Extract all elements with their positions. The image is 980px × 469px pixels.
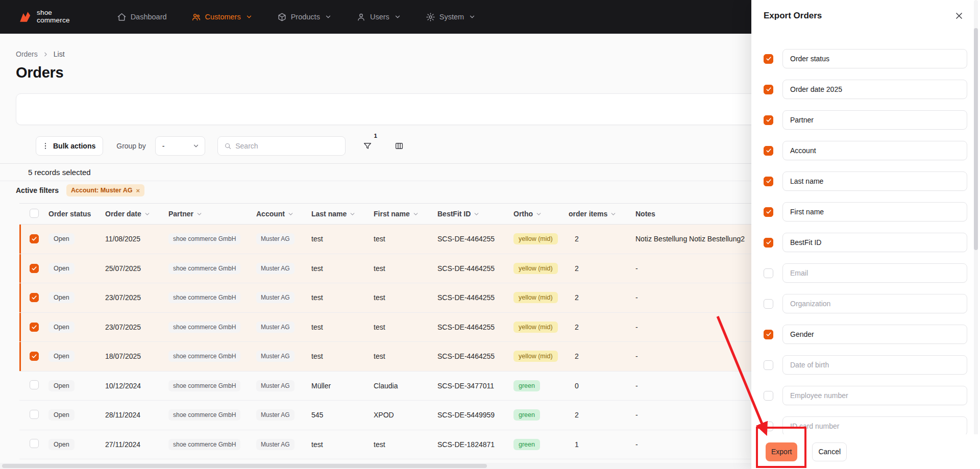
column-header-first-name[interactable]: First name (374, 210, 437, 218)
field-checkbox[interactable] (764, 360, 773, 370)
bestfit-id-cell: SCS-DE-4464255 (437, 235, 513, 243)
column-header-last-name[interactable]: Last name (311, 210, 374, 218)
nav-item-customers[interactable]: Customers (191, 12, 253, 22)
field-checkbox[interactable] (764, 85, 773, 94)
breadcrumb-orders[interactable]: Orders (16, 50, 38, 58)
field-id-card-number[interactable]: ID card number (782, 416, 967, 436)
check-icon (31, 353, 37, 359)
row-checkbox[interactable] (30, 352, 39, 361)
field-partner[interactable]: Partner (782, 110, 967, 130)
columns-button[interactable] (389, 136, 409, 156)
field-account[interactable]: Account (782, 141, 967, 160)
export-button[interactable]: Export (766, 442, 797, 461)
field-order-status[interactable]: Order status (782, 49, 967, 68)
bestfit-id-cell: SCS-DE-4464255 (437, 352, 513, 360)
export-orders-panel: Export Orders Order status Order date 20… (751, 0, 980, 469)
active-filter-chip[interactable]: Account: Muster AG × (66, 184, 144, 196)
order-date-cell: 28/11/2024 (105, 411, 168, 419)
search-input[interactable] (235, 142, 339, 150)
last-name-cell: Müller (311, 382, 374, 390)
field-first-name[interactable]: First name (782, 202, 967, 221)
field-date-of-birth[interactable]: Date of birth (782, 355, 967, 375)
row-checkbox[interactable] (30, 439, 39, 448)
field-checkbox[interactable] (764, 391, 773, 401)
bulk-actions-button[interactable]: Bulk actions (36, 136, 103, 156)
breadcrumb-list[interactable]: List (54, 50, 65, 58)
active-filter-text: Account: Muster AG (71, 187, 132, 194)
field-order-date[interactable]: Order date 2025 (782, 80, 967, 99)
nav-item-system[interactable]: System (426, 12, 476, 22)
field-organization[interactable]: Organization (782, 294, 967, 313)
last-name-cell: test (311, 264, 374, 273)
column-header-partner[interactable]: Partner (168, 210, 256, 218)
last-name-cell: test (311, 293, 374, 302)
field-checkbox[interactable] (764, 422, 773, 431)
status-badge: Open (48, 351, 75, 362)
sort-icon (287, 211, 294, 217)
bestfit-id-cell: SCS-DE-4464255 (437, 264, 513, 273)
column-header-ortho[interactable]: Ortho (513, 210, 569, 218)
status-badge: Open (48, 380, 75, 391)
column-header-bestfit-id[interactable]: BestFit ID (437, 210, 513, 218)
column-header-order-items[interactable]: order items (569, 210, 635, 218)
row-checkbox[interactable] (30, 323, 39, 332)
field-checkbox[interactable] (764, 238, 773, 248)
ortho-badge: yellow (mid) (513, 233, 558, 244)
horizontal-scrollbar[interactable] (0, 463, 751, 469)
order-items-cell: 2 (569, 352, 635, 360)
field-employee-number[interactable]: Employee number (782, 386, 967, 405)
close-button[interactable] (954, 11, 964, 21)
drawer-scrollbar-thumb[interactable] (974, 28, 978, 250)
column-header-order-date[interactable]: Order date (105, 210, 168, 218)
bestfit-id-cell: SCS-DE-4464255 (437, 323, 513, 331)
nav-item-products[interactable]: Products (277, 12, 332, 22)
row-checkbox[interactable] (30, 264, 39, 273)
brand-logo[interactable]: shoe commerce (19, 9, 70, 24)
row-checkbox[interactable] (30, 234, 39, 243)
field-gender[interactable]: Gender (782, 325, 967, 344)
field-last-name[interactable]: Last name (782, 171, 967, 191)
row-checkbox[interactable] (30, 380, 39, 389)
row-checkbox[interactable] (30, 293, 39, 302)
nav-label: Users (370, 13, 389, 21)
partner-badge: shoe commerce GmbH (168, 233, 240, 244)
field-checkbox[interactable] (764, 299, 773, 309)
field-checkbox[interactable] (764, 54, 773, 64)
field-checkbox[interactable] (764, 207, 773, 217)
field-checkbox[interactable] (764, 330, 773, 339)
partner-badge: shoe commerce GmbH (168, 263, 240, 274)
select-all-checkbox[interactable] (30, 209, 39, 218)
field-bestfit-id[interactable]: BestFit ID (782, 233, 967, 252)
sort-icon (144, 211, 151, 217)
sort-icon (535, 211, 542, 217)
chevron-down-icon (394, 13, 401, 20)
column-header-order-status[interactable]: Order status (48, 210, 105, 218)
group-by-select[interactable]: - (155, 136, 205, 156)
cancel-button[interactable]: Cancel (812, 442, 847, 461)
nav-item-dashboard[interactable]: Dashboard (117, 12, 167, 22)
field-checkbox[interactable] (764, 146, 773, 156)
column-header-account[interactable]: Account (256, 210, 311, 218)
first-name-cell: test (374, 264, 437, 273)
ortho-badge: yellow (mid) (513, 292, 558, 303)
horizontal-scrollbar-thumb[interactable] (2, 464, 487, 468)
order-items-cell: 0 (569, 382, 635, 390)
sort-icon (412, 211, 419, 217)
funnel-icon (363, 141, 372, 151)
filter-button[interactable]: 1 (358, 136, 377, 156)
field-checkbox[interactable] (764, 268, 773, 278)
chevron-down-icon (246, 13, 253, 20)
field-checkbox[interactable] (764, 177, 773, 186)
ortho-badge: yellow (mid) (513, 263, 558, 274)
export-field-row: Last name (764, 171, 967, 191)
search-field[interactable] (217, 136, 346, 156)
check-icon (766, 147, 772, 154)
row-checkbox[interactable] (30, 410, 39, 419)
field-checkbox[interactable] (764, 115, 773, 125)
remove-filter-icon[interactable]: × (136, 187, 140, 194)
check-icon (766, 117, 772, 123)
nav-item-users[interactable]: Users (356, 12, 401, 22)
field-email[interactable]: Email (782, 263, 967, 283)
ortho-badge: green (513, 380, 540, 391)
check-icon (31, 294, 37, 301)
